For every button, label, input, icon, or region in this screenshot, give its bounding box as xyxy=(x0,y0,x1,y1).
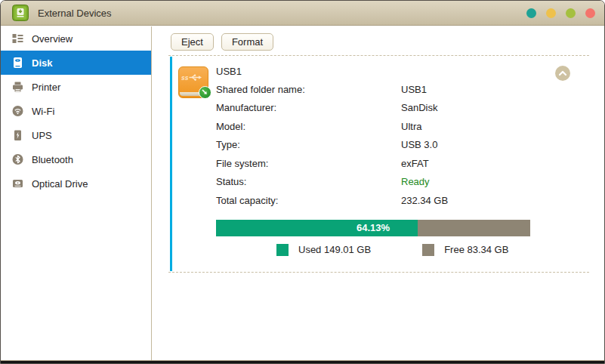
sidebar-item-label: Printer xyxy=(32,82,60,93)
usb-device-card: ss xyxy=(168,55,589,273)
device-name: USB1 xyxy=(216,66,530,79)
field-value: SanDisk xyxy=(401,102,530,113)
legend-used-swatch xyxy=(276,244,289,256)
sidebar-item-label: Optical Drive xyxy=(32,178,88,190)
ups-icon xyxy=(11,129,24,141)
legend-used-label: Used 149.01 GB xyxy=(298,244,371,255)
traffic-dot[interactable] xyxy=(546,8,556,18)
traffic-dot[interactable] xyxy=(526,8,536,18)
sidebar-item-optical-drive[interactable]: Optical Drive xyxy=(1,171,151,196)
usage-legend: Used 149.01 GB Free 83.34 GB xyxy=(216,244,530,256)
usage-bar: 64.13% xyxy=(216,220,530,236)
legend-free-label: Free 83.34 GB xyxy=(444,244,508,255)
sidebar-item-label: Disk xyxy=(32,57,52,69)
field-label: Model: xyxy=(216,121,401,132)
window-title: External Devices xyxy=(38,8,112,19)
sidebar-item-ups[interactable]: UPS xyxy=(1,123,151,147)
field-label: Type: xyxy=(216,139,401,150)
window-bottom-edge xyxy=(1,360,604,363)
traffic-dot[interactable] xyxy=(566,8,576,18)
format-button[interactable]: Format xyxy=(221,33,273,51)
wifi-icon xyxy=(11,105,24,117)
status-value: Ready xyxy=(401,176,530,187)
external-devices-app-icon xyxy=(12,5,29,21)
collapse-button[interactable] xyxy=(555,66,570,81)
sidebar-item-wifi[interactable]: Wi-Fi xyxy=(1,99,151,123)
chevron-up-icon xyxy=(555,66,570,81)
svg-text:ss: ss xyxy=(181,74,189,82)
titlebar: External Devices xyxy=(1,1,604,26)
sidebar-item-disk[interactable]: Disk xyxy=(1,51,151,75)
bluetooth-icon xyxy=(11,153,24,165)
window-status-dots xyxy=(526,1,595,26)
disk-icon xyxy=(11,57,24,69)
optical-drive-icon xyxy=(11,177,24,190)
toolbar: Eject Format xyxy=(152,26,604,51)
sidebar-item-bluetooth[interactable]: Bluetooth xyxy=(1,147,151,171)
main-panel: Eject Format ss xyxy=(152,26,604,360)
field-label: Shared folder name: xyxy=(216,84,401,95)
sidebar-item-label: Overview xyxy=(32,33,73,45)
field-label: Total capacity: xyxy=(216,195,401,206)
legend-free: Free 83.34 GB xyxy=(422,244,508,256)
eject-button[interactable]: Eject xyxy=(171,33,214,51)
usage-percent-label: 64.13% xyxy=(216,220,530,236)
sidebar-item-overview[interactable]: Overview xyxy=(1,26,151,51)
sidebar-item-label: Bluetooth xyxy=(32,154,73,165)
field-label: File system: xyxy=(216,158,401,169)
usb-drive-icon: ss xyxy=(178,66,208,98)
field-value: exFAT xyxy=(401,158,530,169)
overview-icon xyxy=(11,32,24,45)
traffic-dot[interactable] xyxy=(585,8,595,18)
sidebar-item-printer[interactable]: Printer xyxy=(1,75,151,99)
sidebar-item-label: UPS xyxy=(32,130,52,141)
device-fields: Shared folder name: USB1 Manufacturer: S… xyxy=(216,80,530,210)
sidebar-item-label: Wi-Fi xyxy=(32,106,54,117)
legend-used: Used 149.01 GB xyxy=(276,244,371,256)
field-value: 232.34 GB xyxy=(401,195,530,206)
legend-free-swatch xyxy=(422,244,434,256)
field-label: Status: xyxy=(216,176,401,187)
external-devices-window: External Devices Overview xyxy=(0,0,605,364)
printer-icon xyxy=(11,81,24,93)
sidebar: Overview Disk Print xyxy=(1,26,152,360)
usb-sync-badge-icon xyxy=(199,86,211,99)
usb3-logo-icon: ss xyxy=(181,72,202,82)
card-accent-bar xyxy=(170,57,172,271)
field-value: Ultra xyxy=(401,121,530,132)
field-value: USB1 xyxy=(401,84,530,95)
field-value: USB 3.0 xyxy=(401,139,530,150)
field-label: Manufacturer: xyxy=(216,102,401,113)
